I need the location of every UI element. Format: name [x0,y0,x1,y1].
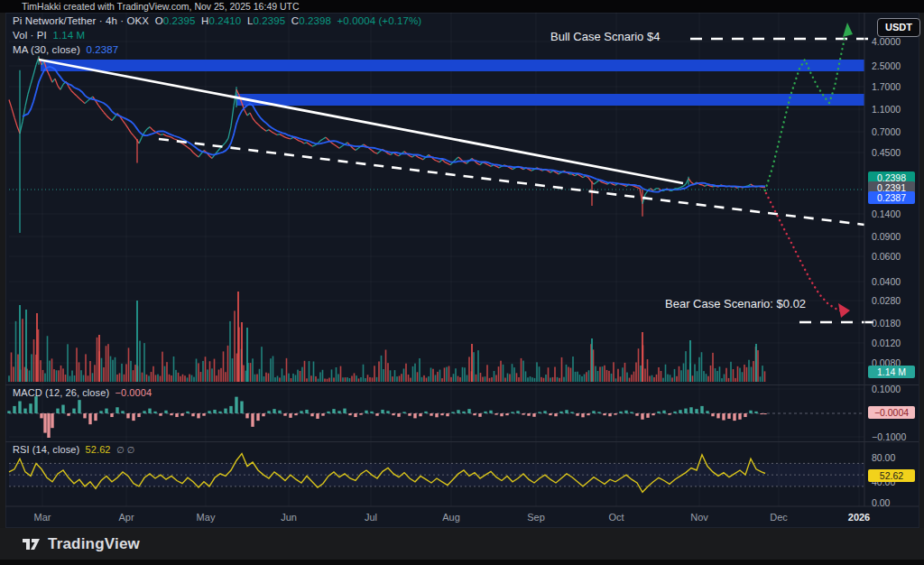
axis-label[interactable]: 0.0400 [872,276,901,287]
ohlc-open-value: 0.2395 [163,15,196,26]
tradingview-logo[interactable]: TradingView [22,534,140,553]
volume-value: 1.14 M [52,30,85,41]
time-axis-label[interactable]: Jul [365,512,377,523]
time-axis-label[interactable]: Dec [770,512,788,523]
price-badge: 1.14 M [868,366,915,378]
axis-label[interactable]: 0.0180 [872,318,901,329]
bull-case-annotation: Bull Case Scnario $4 [550,30,660,43]
chart-background[interactable] [5,13,919,528]
rsi-value: 52.62 [86,444,111,455]
ma-legend-row[interactable]: MA (30, close) 0.2387 [13,44,118,55]
rsi-legend-row[interactable]: RSI (14, close) 52.62 ∅ ∅ [13,444,134,455]
ohlc-open-label: O [155,15,163,26]
price-change: +0.0004 (+0.17%) [337,15,422,26]
axis-label[interactable]: 0.1400 [872,208,901,219]
symbol-legend-row[interactable]: Pi Network/Tether · 4h · OKX O0.2395 H0.… [13,15,421,26]
axis-label[interactable]: 0.0280 [872,295,901,306]
price-badge: 52.62 [868,469,915,482]
axis-label[interactable]: 0.0600 [872,251,901,262]
ohlc-high-value: 0.2410 [209,15,242,26]
time-axis-label[interactable]: Nov [690,512,708,523]
bottom-edge [0,560,924,565]
ohlc-close-label: C [291,15,299,26]
rsi-label: RSI (14, close) [13,444,79,455]
axis-label[interactable]: 0.0900 [872,231,901,242]
attribution-bar: TimHakki created with TradingView.com, N… [0,0,924,13]
ohlc-high-label: H [201,15,208,26]
attribution-text: TimHakki created with TradingView.com, N… [22,1,300,12]
axis-label[interactable]: 0.4500 [872,147,901,158]
volume-label: Vol · PI [13,30,47,41]
axis-label[interactable]: 80.00 [872,452,895,463]
time-axis-label[interactable]: Sep [527,512,545,523]
time-axis-label[interactable]: Aug [442,512,460,523]
ohlc-low-value: 0.2395 [253,15,285,26]
time-axis-label[interactable]: Jun [281,512,297,523]
tradingview-logo-text: TradingView [48,535,140,553]
price-badge: 0.2387 [868,191,915,204]
time-axis-label[interactable]: Apr [118,512,134,523]
axis-label[interactable]: 0.00 [872,497,890,508]
axis-label[interactable]: 2.5000 [872,60,901,71]
axis-label[interactable]: −0.1000 [872,431,906,442]
time-axis-label[interactable]: 2026 [848,512,870,523]
currency-toggle-button[interactable]: USDT [877,18,920,37]
axis-label[interactable]: 1.7000 [872,81,901,92]
macd-label: MACD (12, 26, close) [13,387,109,398]
symbol-title[interactable]: Pi Network/Tether · 4h · OKX [13,15,149,26]
axis-label[interactable]: 0.1000 [872,384,901,394]
ma-label: MA (30, close) [13,44,80,55]
time-axis-label[interactable]: Oct [608,512,624,523]
axis-label[interactable]: 4.0000 [872,36,901,47]
rsi-hidden-plots-icon[interactable]: ∅ ∅ [116,445,135,455]
ma-value: 0.2387 [87,44,119,55]
time-axis-label[interactable]: May [197,512,216,523]
time-axis-label[interactable]: Mar [34,512,51,523]
volume-legend-row[interactable]: Vol · PI 1.14 M [13,30,85,41]
axis-label[interactable]: 0.7000 [872,126,901,137]
tradingview-logo-icon [22,534,41,553]
ohlc-close-value: 0.2398 [299,15,331,26]
price-badge: −0.0004 [868,406,915,419]
bear-case-annotation: Bear Case Scenario: $0.02 [665,297,806,310]
axis-label[interactable]: 1.1000 [872,104,901,115]
macd-value: −0.0004 [115,387,152,398]
axis-label[interactable]: 0.0120 [872,338,901,348]
macd-legend-row[interactable]: MACD (12, 26, close) −0.0004 [13,387,152,398]
